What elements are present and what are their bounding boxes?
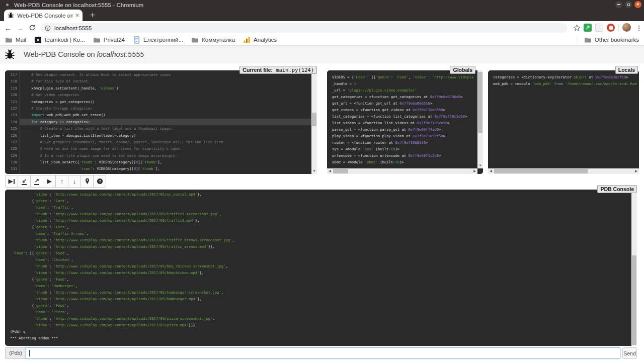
code-text: list_item.setArt({'thumb': VIDEOS[catego… bbox=[20, 159, 311, 165]
new-tab-button[interactable]: + bbox=[87, 10, 99, 21]
where-icon bbox=[84, 178, 91, 185]
code-scroll-thumb[interactable] bbox=[312, 113, 316, 126]
code-lines: 117 # Set plugin content. It allows Kodi… bbox=[5, 71, 311, 174]
console-vertical-scrollbar[interactable] bbox=[631, 190, 637, 346]
locals-hscroll-thumb[interactable] bbox=[494, 169, 588, 173]
scroll-down-icon[interactable]: ▼ bbox=[477, 163, 483, 168]
globals-line: _url = 'plugin://plugin.video.example/' bbox=[327, 87, 477, 94]
locals-line: categories = <dictionary-keyiterator obj… bbox=[488, 74, 637, 80]
pdb-console-panel: PDB Console 'video': 'http://www.vidspla… bbox=[5, 190, 637, 346]
bookmark-item[interactable]: Електронний... bbox=[133, 36, 183, 44]
globals-line: urlencode = <function urlencode at 0x7f9… bbox=[327, 152, 477, 159]
code-line-120: 120 # Get video categories bbox=[5, 92, 311, 98]
tab-close-icon[interactable]: × bbox=[75, 12, 79, 19]
other-bookmarks-button[interactable]: Other bookmarks bbox=[584, 36, 639, 44]
extension-green-arrow-icon[interactable] bbox=[584, 24, 592, 32]
code-line-119: 119 xbmcplugin.setContent(_handle, 'vide… bbox=[5, 85, 311, 92]
step-into-button[interactable]: ↙ bbox=[18, 175, 31, 188]
bookmark-star-button[interactable] bbox=[572, 23, 582, 33]
bookmark-item[interactable]: Analytics bbox=[243, 36, 277, 44]
bookmark-item[interactable]: Коммуналка bbox=[191, 36, 235, 44]
line-number: 118 bbox=[5, 78, 20, 84]
bookmark-label: teamkodi | Ko... bbox=[45, 37, 85, 43]
text-caret bbox=[29, 350, 30, 356]
bookmark-item[interactable]: teamkodi | Ko... bbox=[34, 36, 85, 44]
close-button[interactable]: × bbox=[634, 1, 641, 8]
back-button[interactable]: ← bbox=[3, 23, 13, 33]
globals-line: get_url = <function get_url at 0x7f9e6a0… bbox=[327, 100, 477, 107]
line-number: 129 bbox=[5, 152, 20, 159]
down-button[interactable]: ↓ bbox=[68, 175, 81, 188]
globals-line: sys = <module 'sys' (built-in)> bbox=[327, 146, 477, 152]
code-line-124: 124 for category in categories: bbox=[5, 119, 311, 125]
up-button[interactable]: ↑ bbox=[55, 175, 68, 188]
locals-horizontal-scrollbar[interactable]: ◀ ▶ bbox=[488, 168, 639, 174]
code-line-121: 121 categories = get_categories() bbox=[5, 99, 311, 105]
globals-vertical-scrollbar[interactable]: ▼ bbox=[477, 70, 483, 168]
globals-lines: VIDEOS = {'Food': [{'genre': 'Food', 'vi… bbox=[327, 74, 477, 168]
address-text[interactable]: localhost:5555 bbox=[54, 25, 92, 31]
scroll-left-icon[interactable]: ◀ bbox=[327, 168, 333, 174]
pdb-console-label: PDB Console bbox=[597, 185, 637, 193]
console-line: {'genre': 'Food', bbox=[5, 302, 631, 309]
globals-scroll-thumb[interactable] bbox=[478, 72, 482, 133]
maximize-button[interactable] bbox=[625, 1, 632, 8]
console-line: 'video': 'http://www.vidsplay.com/wp-con… bbox=[5, 322, 631, 328]
folder-icon bbox=[191, 36, 199, 44]
code-line-127: 127 # Set graphics (thumbnail, fanart, b… bbox=[5, 139, 311, 145]
bookmark-label: Mail bbox=[16, 37, 26, 43]
globals-line: list_categories = <function list_categor… bbox=[327, 113, 477, 120]
bookmark-item[interactable]: Mail bbox=[5, 36, 26, 44]
bookmark-item[interactable]: Privat24 bbox=[93, 36, 125, 44]
scroll-right-icon[interactable]: ▶ bbox=[633, 168, 639, 174]
console-line: {'genre': 'Food', bbox=[5, 276, 631, 283]
toolbar-divider bbox=[618, 24, 619, 31]
next-button[interactable]: ▶ bbox=[5, 175, 18, 188]
code-vertical-scrollbar[interactable]: ▲ ▼ bbox=[311, 70, 317, 174]
globals-horizontal-scrollbar[interactable]: ◀ ▶ bbox=[327, 168, 477, 174]
extension-red-blocker-icon[interactable] bbox=[607, 24, 615, 32]
scroll-down-icon[interactable]: ▼ bbox=[311, 168, 317, 174]
page-title-host: localhost:5555 bbox=[97, 50, 144, 58]
code-text: categories = get_categories() bbox=[20, 99, 311, 105]
where-button[interactable] bbox=[80, 175, 94, 188]
help-button[interactable]: ? bbox=[93, 175, 106, 188]
console-line: 'name': 'Traffic Arrows', bbox=[5, 230, 631, 237]
tab-strip: Web-PDB Console on loca × + bbox=[0, 10, 644, 21]
code-line-129: 129 # In a real-life plugin you need to … bbox=[5, 152, 311, 159]
code-line-123: 123 import web_pdb;web_pdb.set_trace() bbox=[5, 112, 311, 118]
globals-hscroll-thumb[interactable] bbox=[333, 169, 348, 173]
console-line: 'thumb': 'http://www.vidsplay.com/wp-con… bbox=[5, 263, 631, 269]
profile-avatar[interactable] bbox=[622, 23, 631, 32]
site-info-icon[interactable] bbox=[45, 25, 51, 31]
reload-icon bbox=[29, 24, 36, 31]
address-bar[interactable]: localhost:5555 bbox=[40, 23, 568, 33]
console-line: {'genre': 'Cars', bbox=[5, 198, 631, 204]
line-number: 124 bbox=[5, 119, 20, 125]
bug-favicon-icon bbox=[8, 12, 14, 19]
line-number: 117 bbox=[5, 71, 20, 78]
kodi-icon bbox=[34, 36, 42, 44]
forward-button[interactable]: → bbox=[15, 23, 25, 33]
pdb-command-input[interactable] bbox=[26, 347, 620, 359]
globals-line: get_categories = <function get_categorie… bbox=[327, 94, 477, 100]
extension-disabled-icon[interactable] bbox=[595, 24, 603, 32]
reload-button[interactable] bbox=[27, 23, 37, 33]
scroll-left-icon[interactable]: ◀ bbox=[488, 168, 494, 174]
continue-button[interactable]: ▶ bbox=[43, 175, 56, 188]
console-line: 'thumb': 'http://www.vidsplay.com/wp-con… bbox=[5, 289, 631, 296]
step-out-button[interactable]: ↗ bbox=[30, 175, 43, 188]
browser-tab[interactable]: Web-PDB Console on loca × bbox=[4, 10, 83, 21]
current-file-panel: Current file: main.py(124) 117 # Set plu… bbox=[5, 70, 317, 174]
console-line: 'name': 'Hamburger', bbox=[5, 283, 631, 289]
scroll-right-icon[interactable]: ▶ bbox=[472, 168, 477, 174]
send-button[interactable]: Send bbox=[622, 347, 637, 359]
code-text: # Create a list item with a text label a… bbox=[20, 125, 311, 132]
step-out-icon: ↗ bbox=[34, 178, 39, 185]
console-scroll-thumb[interactable] bbox=[632, 255, 636, 345]
minimize-button[interactable] bbox=[615, 1, 622, 8]
console-line: 'name': 'Pizza', bbox=[5, 309, 631, 315]
window-title: Web-PDB Console on localhost:5555 - Chro… bbox=[14, 2, 143, 8]
code-text: xbmcplugin.setContent(_handle, 'videos') bbox=[20, 85, 311, 92]
browser-menu-button[interactable]: ⋮ bbox=[634, 23, 644, 33]
